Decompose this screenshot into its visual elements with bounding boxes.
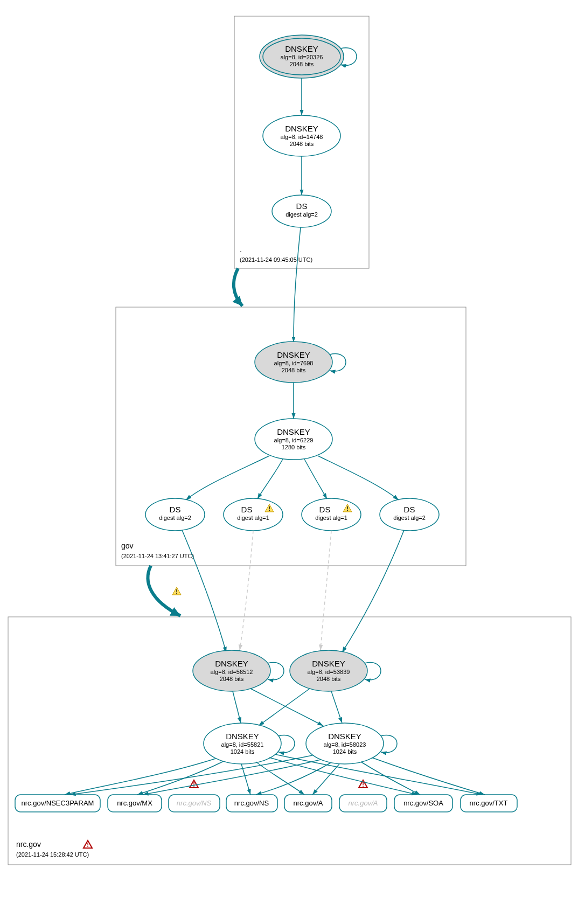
zone-root-ts: (2021-11-24 09:45:05 UTC)	[240, 256, 312, 263]
svg-text:nrc.gov/NS: nrc.gov/NS	[234, 799, 269, 807]
svg-text:nrc.gov/A: nrc.gov/A	[294, 799, 323, 807]
svg-text:2048 bits: 2048 bits	[290, 61, 314, 67]
node-gov-ksk[interactable]: DNSKEY alg=8, id=7698 2048 bits	[255, 342, 332, 383]
svg-text:digest alg=2: digest alg=2	[285, 211, 318, 218]
svg-text:!: !	[193, 781, 195, 788]
rrset-ns[interactable]: nrc.gov/NS	[226, 795, 277, 812]
rrset-txt[interactable]: nrc.gov/TXT	[461, 795, 517, 812]
edge-nrc-ksk2-zsk2	[331, 691, 342, 723]
svg-text:nrc.gov/A: nrc.gov/A	[349, 799, 378, 807]
svg-text:DNSKEY: DNSKEY	[277, 427, 310, 436]
svg-text:1024 bits: 1024 bits	[231, 748, 255, 755]
node-nrc-ksk1[interactable]: DNSKEY alg=8, id=56512 2048 bits	[193, 650, 270, 691]
svg-text:alg=8, id=55821: alg=8, id=55821	[221, 741, 264, 748]
zone-root-name: .	[240, 245, 242, 254]
edge-nrc-ksk2-zsk1	[259, 689, 310, 726]
zone-nrcgov-ts: (2021-11-24 15:28:42 UTC)	[16, 851, 89, 858]
svg-text:DNSKEY: DNSKEY	[285, 124, 318, 133]
svg-text:DS: DS	[296, 202, 308, 211]
node-gov-ds4[interactable]: DS digest alg=2	[380, 498, 439, 531]
svg-text:alg=8, id=6229: alg=8, id=6229	[274, 437, 314, 443]
svg-text:alg=8, id=14748: alg=8, id=14748	[281, 134, 323, 140]
svg-text:!: !	[346, 505, 349, 512]
svg-text:digest alg=2: digest alg=2	[159, 515, 191, 521]
rrset-soa[interactable]: nrc.gov/SOA	[394, 795, 452, 812]
node-nrc-ksk2[interactable]: DNSKEY alg=8, id=53839 2048 bits	[290, 650, 367, 691]
edge-zsk2-rr1	[143, 760, 321, 795]
edge-zsk1-rr1	[137, 761, 224, 795]
svg-text:!: !	[87, 842, 89, 848]
svg-text:alg=8, id=53839: alg=8, id=53839	[308, 669, 350, 675]
svg-text:1280 bits: 1280 bits	[282, 444, 306, 450]
dnssec-graph: . (2021-11-24 09:45:05 UTC) gov (2021-11…	[0, 0, 578, 924]
edge-zsk2-rr7	[372, 758, 485, 795]
svg-text:2048 bits: 2048 bits	[282, 367, 306, 373]
svg-text:alg=8, id=58023: alg=8, id=58023	[324, 741, 366, 748]
edge-gov-ds2-nrc-ksk1	[240, 531, 253, 650]
edge-nrc-ksk1-zsk2	[250, 689, 323, 726]
svg-text:DNSKEY: DNSKEY	[215, 659, 248, 668]
edge-gov-zsk-ds1	[186, 456, 269, 500]
svg-text:DS: DS	[170, 505, 181, 514]
svg-text:!: !	[268, 505, 270, 512]
svg-text:digest alg=2: digest alg=2	[393, 515, 426, 521]
edge-root-ds-to-gov-ksk	[294, 227, 301, 342]
edge-zsk1-rr4	[256, 762, 304, 795]
svg-text:DS: DS	[241, 505, 253, 514]
edge-zone-root-to-gov	[234, 268, 242, 306]
svg-text:nrc.gov/MX: nrc.gov/MX	[117, 799, 152, 807]
svg-text:DNSKEY: DNSKEY	[312, 659, 345, 668]
node-gov-zsk[interactable]: DNSKEY alg=8, id=6229 1280 bits	[255, 419, 332, 460]
edge-gov-ds4-nrc-ksk2	[342, 530, 404, 652]
svg-text:alg=8, id=20326: alg=8, id=20326	[281, 54, 323, 60]
rrset-nsec3param[interactable]: nrc.gov/NSEC3PARAM	[15, 795, 100, 812]
zone-nrcgov-box	[8, 617, 571, 865]
svg-text:digest alg=1: digest alg=1	[315, 515, 347, 521]
zone-gov-name: gov	[121, 541, 134, 550]
edge-gov-zsk-ds2	[257, 459, 283, 499]
svg-text:DNSKEY: DNSKEY	[226, 732, 259, 741]
edge-gov-zsk-ds3	[304, 459, 327, 499]
error-icon: !	[190, 780, 198, 788]
zone-gov-ts: (2021-11-24 13:41:27 UTC)	[121, 553, 194, 559]
node-gov-ds1[interactable]: DS digest alg=2	[145, 498, 205, 531]
node-gov-ds3[interactable]: DS digest alg=1	[302, 498, 361, 531]
svg-text:DNSKEY: DNSKEY	[328, 732, 361, 741]
zone-nrcgov-name: nrc.gov	[16, 840, 41, 849]
svg-text:nrc.gov/SOA: nrc.gov/SOA	[403, 799, 443, 807]
edge-nrc-ksk1-zsk1	[233, 691, 241, 723]
node-root-ds[interactable]: DS digest alg=2	[272, 195, 331, 227]
svg-text:DNSKEY: DNSKEY	[285, 44, 318, 53]
rrset-a[interactable]: nrc.gov/A	[284, 795, 332, 812]
edge-gov-ds3-nrc-ksk2	[321, 531, 331, 650]
svg-text:DS: DS	[404, 505, 415, 514]
svg-text:2048 bits: 2048 bits	[220, 676, 244, 682]
edge-gov-ds1-nrc-ksk1	[182, 530, 226, 652]
svg-text:alg=8, id=56512: alg=8, id=56512	[211, 669, 253, 675]
edge-zsk2-rr3	[256, 762, 331, 795]
svg-text:DS: DS	[319, 505, 331, 514]
edge-zsk2-rr6	[361, 762, 420, 795]
svg-text:2048 bits: 2048 bits	[317, 676, 341, 682]
edge-zsk2-rr0	[70, 755, 312, 795]
node-root-zsk[interactable]: DNSKEY alg=8, id=14748 2048 bits	[263, 115, 340, 156]
rrset-mx[interactable]: nrc.gov/MX	[108, 795, 162, 812]
svg-text:2048 bits: 2048 bits	[290, 141, 314, 147]
svg-text:DNSKEY: DNSKEY	[277, 350, 310, 359]
svg-text:alg=8, id=7698: alg=8, id=7698	[274, 360, 314, 366]
svg-text:1024 bits: 1024 bits	[333, 748, 357, 755]
node-root-ksk[interactable]: DNSKEY alg=8, id=20326 2048 bits	[260, 35, 344, 78]
svg-text:nrc.gov/NSEC3PARAM: nrc.gov/NSEC3PARAM	[22, 799, 94, 807]
edge-gov-zsk-ds4	[318, 456, 399, 500]
edge-zsk2-rr4	[312, 764, 339, 795]
rrset-ns-stale[interactable]: nrc.gov/NS	[169, 795, 220, 812]
node-gov-ds2[interactable]: DS digest alg=1	[224, 498, 283, 531]
rrset-a-stale[interactable]: nrc.gov/A	[339, 795, 387, 812]
svg-text:digest alg=1: digest alg=1	[237, 515, 269, 521]
warning-icon: !	[172, 587, 181, 595]
error-icon: !	[83, 840, 92, 848]
svg-text:nrc.gov/TXT: nrc.gov/TXT	[470, 799, 508, 807]
svg-text:nrc.gov/NS: nrc.gov/NS	[177, 799, 212, 807]
svg-text:!: !	[176, 588, 178, 595]
